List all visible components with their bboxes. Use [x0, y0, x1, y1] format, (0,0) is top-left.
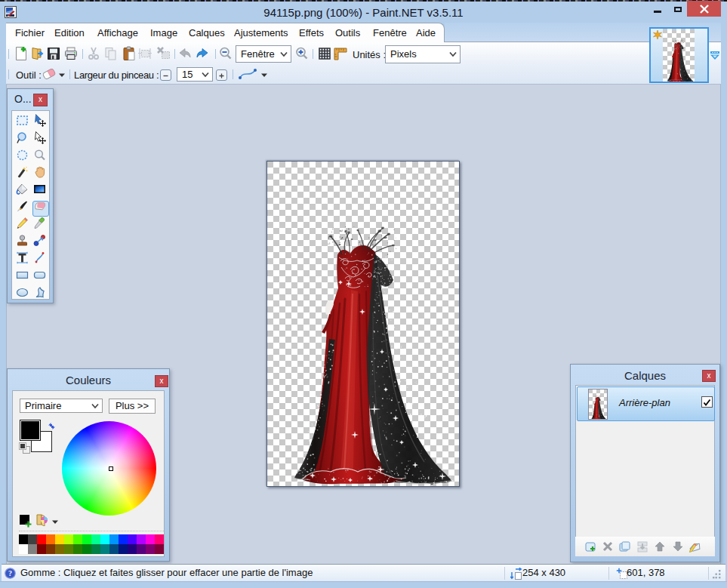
svg-text:?: ?	[8, 569, 12, 577]
